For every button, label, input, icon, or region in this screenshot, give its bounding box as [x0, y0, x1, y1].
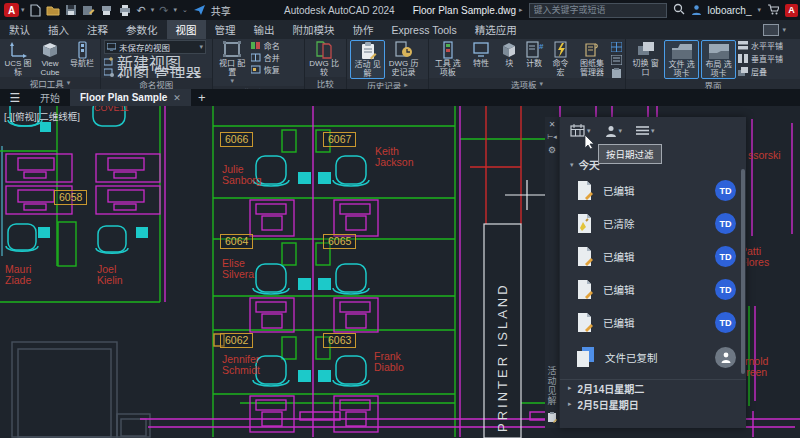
command-macros-button[interactable]: 命令 宏: [548, 40, 573, 77]
user-menu-caret-icon[interactable]: ▾: [757, 6, 761, 14]
properties-button[interactable]: 特性: [465, 40, 496, 69]
tab-featured-apps[interactable]: 精选应用: [466, 20, 526, 39]
room-label-6064[interactable]: 6064: [220, 234, 253, 249]
cascade-button[interactable]: 层叠: [738, 66, 783, 77]
user-name[interactable]: loboarch_: [708, 5, 752, 16]
close-tab-icon[interactable]: ✕: [173, 93, 181, 103]
avatar[interactable]: TD: [715, 213, 736, 234]
count-button[interactable]: # 计数: [522, 40, 547, 69]
hamburger-menu-icon[interactable]: ☰: [0, 89, 30, 106]
tab-start[interactable]: 开始: [30, 89, 70, 106]
date-group-feb14[interactable]: ▸ 2月14日星期二: [560, 379, 746, 396]
ribbon-display-caret-icon[interactable]: ▾: [782, 26, 786, 34]
tab-parametric[interactable]: 参数化: [117, 20, 167, 39]
share-plane-icon[interactable]: [193, 4, 206, 16]
palette-grid-icon[interactable]: [611, 42, 622, 52]
activity-insights-button[interactable]: 活动 见解: [350, 40, 385, 79]
redo-caret-icon[interactable]: ▾: [173, 6, 177, 14]
tab-output[interactable]: 输出: [245, 20, 284, 39]
tile-vertical-button[interactable]: 垂直平铺: [738, 53, 783, 64]
qat-customize-icon[interactable]: ⌄: [182, 6, 188, 14]
filter-by-type-button[interactable]: ▾: [636, 125, 655, 136]
tab-manage[interactable]: 管理: [206, 20, 245, 39]
activity-item[interactable]: 已编辑 TD: [560, 240, 746, 273]
viewcube-button[interactable]: View Cube: [35, 40, 65, 77]
avatar[interactable]: TD: [715, 246, 736, 267]
room-label-6062[interactable]: 6062: [220, 333, 253, 348]
blocks-button[interactable]: 块: [499, 40, 520, 69]
tile-horizontal-button[interactable]: 水平平铺: [738, 40, 783, 51]
tab-home[interactable]: 默认: [0, 20, 39, 39]
tab-collaborate[interactable]: 协作: [344, 20, 383, 39]
viewport-join-button[interactable]: 合并: [251, 52, 280, 63]
room-label-6065[interactable]: 6065: [323, 234, 356, 249]
palette-list-icon[interactable]: [611, 55, 622, 65]
save-as-icon[interactable]: [82, 4, 95, 17]
plot-icon[interactable]: [100, 4, 113, 17]
avatar-person-icon[interactable]: [715, 347, 736, 368]
undo-icon[interactable]: ↶: [137, 0, 146, 20]
ucs-icon-button[interactable]: UCS 图标: [3, 40, 33, 77]
occupant-name[interactable]: Patti Flores: [740, 246, 780, 268]
avatar[interactable]: TD: [715, 312, 736, 333]
occupant-name[interactable]: Julie Sanborg: [222, 164, 270, 186]
drawing-canvas[interactable]: PRINTER ISLAND [-][俯视][二维线框] COVE11 6058…: [0, 106, 800, 438]
undo-caret-icon[interactable]: ▾: [151, 6, 155, 14]
date-group-feb5[interactable]: ▸ 2月5日星期日: [560, 396, 746, 412]
search-input[interactable]: [529, 3, 667, 18]
new-tab-icon[interactable]: +: [191, 89, 213, 106]
print-icon[interactable]: [118, 4, 132, 17]
share-label[interactable]: 共享: [211, 3, 231, 18]
app-store-cart-icon[interactable]: [767, 4, 779, 17]
room-label-6067[interactable]: 6067: [323, 132, 356, 147]
occupant-name[interactable]: Elise Silvera: [222, 258, 258, 280]
close-icon[interactable]: ✕: [549, 120, 556, 129]
search-icon[interactable]: [673, 3, 685, 17]
occupant-name[interactable]: Keith Jackson: [375, 146, 425, 168]
app-menu-caret-icon[interactable]: ▾: [21, 6, 25, 14]
occupant-name[interactable]: Jennifer Schmidt: [222, 354, 274, 376]
activity-item[interactable]: 已编辑 TD: [560, 273, 746, 306]
avatar[interactable]: TD: [715, 279, 736, 300]
occupant-name[interactable]: Mauri Ziade: [5, 264, 47, 286]
panel-expand-caret-icon[interactable]: ▾: [67, 79, 71, 87]
tab-view[interactable]: 视图: [167, 20, 206, 39]
room-label-6066[interactable]: 6066: [220, 132, 253, 147]
dwg-compare-button[interactable]: DWG 比较: [308, 40, 341, 77]
filter-by-user-button[interactable]: ▾: [605, 125, 623, 137]
open-folder-icon[interactable]: [46, 4, 60, 17]
tab-active-document[interactable]: Floor Plan Sample ✕: [70, 89, 191, 106]
tab-insert[interactable]: 插入: [39, 20, 78, 39]
panel-scrollbar[interactable]: [741, 169, 745, 374]
navbar-button[interactable]: 导航栏: [67, 40, 97, 69]
new-file-icon[interactable]: [29, 4, 41, 17]
activity-item[interactable]: 文件已复制: [560, 339, 746, 375]
ribbon-display-icon[interactable]: [763, 24, 779, 36]
viewport-restore-button[interactable]: 恢复: [251, 64, 280, 75]
avatar[interactable]: TD: [715, 180, 736, 201]
sheet-set-manager-button[interactable]: 图纸集 管理器: [575, 40, 609, 77]
tab-addins[interactable]: 附加模块: [284, 20, 344, 39]
layout-tabs-toggle-button[interactable]: 布局 选项卡: [701, 40, 736, 79]
viewport-controls[interactable]: [-][俯视][二维线框]: [4, 109, 80, 123]
search-scope-caret-icon[interactable]: ▸: [519, 6, 523, 14]
auto-hide-pin-icon[interactable]: ⊢◂: [547, 133, 557, 141]
viewport-named-button[interactable]: 命名: [251, 40, 280, 51]
activity-item[interactable]: 已编辑 TD: [560, 306, 746, 339]
dwg-history-button[interactable]: DWG 历史记录: [387, 40, 420, 77]
panel-expand-caret-icon[interactable]: ▾: [540, 80, 544, 88]
palette-clipboard-icon[interactable]: [611, 68, 622, 78]
occupant-name[interactable]: Joel Kielin: [97, 264, 133, 286]
room-label-6058[interactable]: 6058: [54, 190, 87, 205]
save-icon[interactable]: [65, 4, 77, 17]
printer-island-label[interactable]: PRINTER ISLAND: [495, 282, 510, 432]
room-label-6063[interactable]: 6063: [323, 333, 356, 348]
panel-dialog-launcher-icon[interactable]: ▸: [404, 81, 408, 89]
redo-icon[interactable]: ↷: [159, 0, 168, 20]
tool-palettes-button[interactable]: 工具 选项板: [432, 40, 463, 77]
file-tabs-toggle-button[interactable]: 文件 选项卡: [664, 40, 699, 79]
tab-annotate[interactable]: 注释: [78, 20, 117, 39]
view-manager-button[interactable]: 视图 管理器: [104, 67, 209, 78]
panel-settings-icon[interactable]: ⚙: [548, 145, 556, 155]
switch-windows-button[interactable]: 切换 窗口: [629, 40, 662, 77]
